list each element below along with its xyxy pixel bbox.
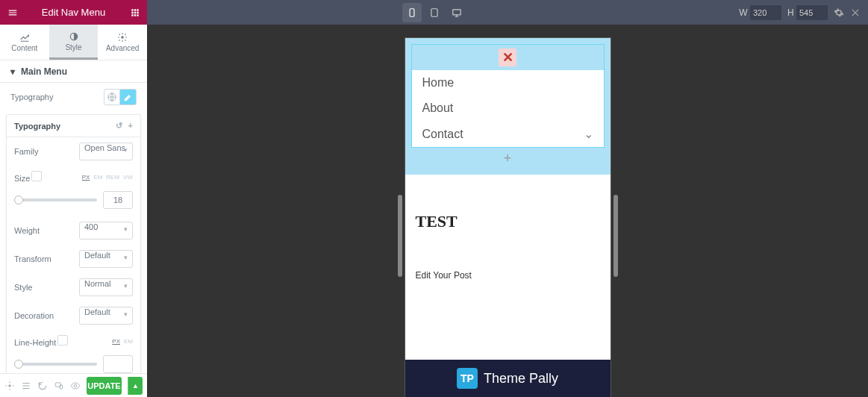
decoration-label: Decoration <box>14 311 79 320</box>
responsive-icon[interactable] <box>54 381 64 391</box>
menu-item-about[interactable]: About <box>412 96 604 121</box>
lineheight-input[interactable] <box>103 355 133 373</box>
unit-em[interactable]: EM <box>93 174 102 181</box>
mobile-preview: ✕ Home About Contact⌄ + TEST Edit Your P… <box>405 38 611 397</box>
menu-close-button[interactable]: ✕ <box>499 49 516 66</box>
tab-style[interactable]: Style <box>49 25 99 60</box>
footer-settings-icon[interactable] <box>4 381 15 391</box>
weight-label: Weight <box>14 226 79 235</box>
tab-content-label: Content <box>11 44 37 52</box>
menu-hamburger[interactable] <box>0 7 25 18</box>
brand-name: Theme Pally <box>484 371 558 387</box>
typography-label: Typography <box>10 93 104 101</box>
brand-logo: TP <box>457 368 478 389</box>
reset-icon[interactable]: ↺ <box>116 121 122 131</box>
panel-title: Edit Nav Menu <box>25 7 122 18</box>
weight-select[interactable]: 400 <box>79 222 133 240</box>
device-tablet[interactable] <box>425 3 444 22</box>
responsive-toggle-lh[interactable] <box>57 335 68 346</box>
svg-point-9 <box>74 384 77 387</box>
settings-icon[interactable] <box>834 7 844 18</box>
height-input[interactable] <box>796 5 828 20</box>
style-label: Style <box>14 283 79 292</box>
size-label: Size <box>14 174 30 183</box>
preview-icon[interactable] <box>70 381 81 391</box>
caret-down-icon: ▾ <box>10 66 15 77</box>
chevron-down-icon: ⌄ <box>584 127 593 141</box>
menu-item-contact[interactable]: Contact⌄ <box>412 121 604 147</box>
transform-label: Transform <box>14 254 79 263</box>
tab-content[interactable]: Content <box>0 25 49 60</box>
height-label: H <box>787 7 794 18</box>
width-input[interactable] <box>750 5 781 20</box>
scroll-indicator <box>398 195 402 277</box>
history-icon[interactable] <box>37 381 48 391</box>
svg-rect-1 <box>431 8 437 16</box>
footer-widget: TP Theme Pally <box>405 360 611 397</box>
transform-select[interactable]: Default <box>79 250 133 268</box>
family-label: Family <box>14 147 79 156</box>
tab-advanced[interactable]: Advanced <box>98 25 147 60</box>
edit-typography-icon[interactable] <box>120 89 137 105</box>
add-section-button[interactable]: + <box>411 148 605 169</box>
unit-vw[interactable]: VW <box>123 174 133 181</box>
lh-unit-em[interactable]: EM <box>124 338 133 345</box>
size-slider[interactable] <box>14 198 97 201</box>
page-heading: TEST <box>416 212 600 231</box>
family-select[interactable]: Open Sans <box>79 143 133 160</box>
svg-rect-2 <box>452 9 460 14</box>
style-select[interactable]: Normal <box>79 278 133 296</box>
scroll-indicator <box>613 195 618 277</box>
menu-item-label: Contact <box>422 128 463 141</box>
size-input[interactable] <box>103 191 133 209</box>
device-desktop[interactable] <box>447 3 466 22</box>
section-label: Main Menu <box>21 66 67 77</box>
tab-style-label: Style <box>65 43 81 51</box>
update-button[interactable]: UPDATE <box>87 377 122 395</box>
svg-rect-0 <box>410 8 414 16</box>
globe-icon[interactable] <box>104 89 120 105</box>
responsive-toggle[interactable] <box>31 171 42 181</box>
apps-icon[interactable] <box>122 7 147 18</box>
update-options-button[interactable]: ▲ <box>128 377 143 395</box>
edit-post-link[interactable]: Edit Your Post <box>416 270 600 281</box>
navigator-icon[interactable] <box>21 381 31 391</box>
device-mobile[interactable] <box>402 3 422 22</box>
decoration-select[interactable]: Default <box>79 307 133 325</box>
menu-item-home[interactable]: Home <box>412 70 604 96</box>
width-label: W <box>739 7 747 18</box>
lh-unit-px[interactable]: PX <box>112 338 120 345</box>
tab-advanced-label: Advanced <box>106 44 139 52</box>
section-main-menu[interactable]: ▾Main Menu <box>0 60 147 83</box>
svg-point-6 <box>8 384 11 387</box>
typography-popover: Typography↺+ FamilyOpen Sans SizePXEMREM… <box>6 114 141 381</box>
svg-point-4 <box>121 36 124 39</box>
add-icon[interactable]: + <box>128 121 133 131</box>
lineheight-label: Line-Height <box>14 338 56 347</box>
unit-rem[interactable]: REM <box>106 174 119 181</box>
popover-title: Typography <box>14 122 60 131</box>
unit-px[interactable]: PX <box>82 174 90 181</box>
close-icon[interactable] <box>850 7 861 18</box>
lineheight-slider[interactable] <box>14 363 97 366</box>
